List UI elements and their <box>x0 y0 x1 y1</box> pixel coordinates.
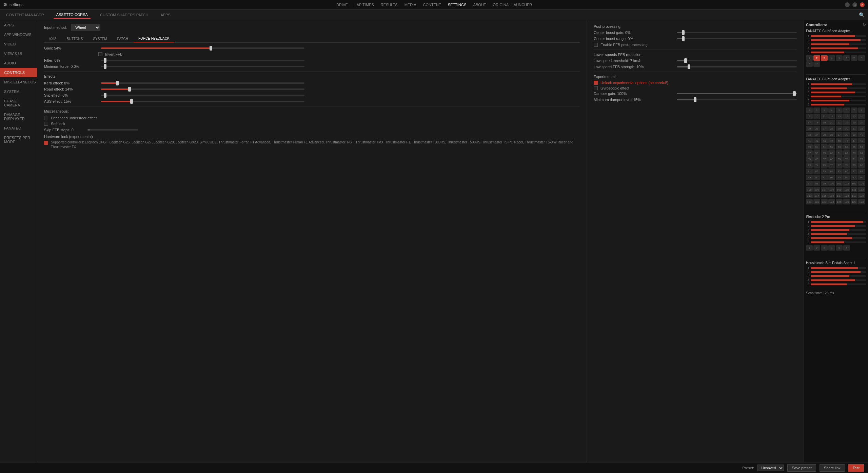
btn-cell[interactable]: 88 <box>858 169 865 174</box>
btn-cell[interactable]: 126 <box>843 199 850 204</box>
btn-cell[interactable]: 3 <box>821 107 828 113</box>
sidebar-item-controls[interactable]: CONTROLS <box>0 68 37 77</box>
btn-cell[interactable]: 93 <box>836 175 843 180</box>
btn-cell[interactable]: 10 <box>813 114 820 119</box>
btn-cell[interactable]: 36 <box>828 132 835 137</box>
btn-cell[interactable]: 65 <box>806 156 813 162</box>
btn-cell[interactable]: 105 <box>806 187 813 192</box>
btn-cell[interactable]: 37 <box>836 132 843 137</box>
nav-original-launcher[interactable]: ORIGINAL LAUNCHER <box>493 3 532 7</box>
btn-cell[interactable]: 116 <box>828 193 835 198</box>
btn-cell[interactable]: 103 <box>851 181 857 186</box>
sidebar-item-miscellaneous[interactable]: MISCELLANEOUS <box>0 77 37 87</box>
btn-cell[interactable]: 128 <box>858 199 865 204</box>
nav-drive[interactable]: DRIVE <box>336 3 348 7</box>
btn-cell[interactable]: 81 <box>806 169 813 174</box>
btn-cell[interactable]: 40 <box>858 132 865 137</box>
btn-cell[interactable]: 74 <box>813 162 820 168</box>
btn-cell[interactable]: 118 <box>843 193 850 198</box>
slip-slider[interactable] <box>101 95 304 96</box>
btn-cell[interactable]: 90 <box>813 175 820 180</box>
close-button[interactable]: ✕ <box>860 2 865 7</box>
sidebar-item-video[interactable]: VIDEO <box>0 39 37 49</box>
btn-cell[interactable]: 84 <box>828 169 835 174</box>
btn-cell[interactable]: 59 <box>821 150 828 156</box>
sidebar-item-presets-per-mode[interactable]: PRESETS PER MODE <box>0 133 37 146</box>
btn-cell[interactable]: 108 <box>828 187 835 192</box>
btn-cell[interactable]: 15 <box>851 114 857 119</box>
btn-cell[interactable]: 33 <box>806 132 813 137</box>
btn-cell[interactable]: 94 <box>843 175 850 180</box>
tab-custom-shaders-patch[interactable]: CUSTOM SHADERS PATCH <box>97 12 151 18</box>
btn-cell[interactable]: 4 <box>828 55 835 61</box>
btn-cell[interactable]: 75 <box>821 162 828 168</box>
unlock-experimental-checkbox[interactable] <box>594 81 598 85</box>
btn-cell[interactable]: 73 <box>806 162 813 168</box>
nav-content[interactable]: CONTENT <box>423 3 441 7</box>
btn-cell[interactable]: 16 <box>858 114 865 119</box>
btn-cell[interactable]: 48 <box>858 138 865 143</box>
btn-cell[interactable]: 95 <box>851 175 857 180</box>
btn-cell[interactable]: 63 <box>851 150 857 156</box>
controllers-refresh-icon[interactable]: ↻ <box>863 22 866 27</box>
btn-cell[interactable]: 45 <box>836 138 843 143</box>
btn-cell[interactable]: 21 <box>836 120 843 125</box>
btn-cell[interactable]: 9 <box>806 114 813 119</box>
btn-cell[interactable]: 67 <box>821 156 828 162</box>
nav-media[interactable]: MEDIA <box>405 3 416 7</box>
filter-slider[interactable] <box>101 60 304 61</box>
btn-cell[interactable]: 38 <box>843 132 850 137</box>
save-preset-button[interactable]: Save preset <box>787 464 816 472</box>
input-method-select[interactable]: Wheel Keyboard Gamepad <box>71 24 100 31</box>
btn-cell[interactable]: 64 <box>858 150 865 156</box>
btn-cell[interactable]: 99 <box>821 181 828 186</box>
btn-cell[interactable]: 114 <box>813 193 820 198</box>
btn-cell[interactable]: 51 <box>821 144 828 150</box>
btn-cell[interactable]: 121 <box>806 199 813 204</box>
btn-cell[interactable]: 62 <box>843 150 850 156</box>
btn-cell[interactable]: 47 <box>851 138 857 143</box>
sidebar-item-chase-camera[interactable]: CHASE CAMERA <box>0 96 37 110</box>
btn-cell[interactable]: 54 <box>843 144 850 150</box>
btn-cell[interactable]: 70 <box>843 156 850 162</box>
tab-apps[interactable]: APPS <box>158 12 173 18</box>
btn-cell[interactable]: 2 <box>813 245 820 251</box>
abs-slider[interactable] <box>101 101 304 102</box>
btn-cell[interactable]: 25 <box>806 126 813 131</box>
btn-cell[interactable]: 57 <box>806 150 813 156</box>
btn-cell[interactable]: 83 <box>821 169 828 174</box>
btn-cell[interactable]: 123 <box>821 199 828 204</box>
btn-cell[interactable]: 100 <box>828 181 835 186</box>
btn-cell[interactable]: 35 <box>821 132 828 137</box>
preset-select[interactable]: Unsaved <box>757 465 784 471</box>
btn-cell[interactable]: 89 <box>806 175 813 180</box>
btn-cell[interactable]: 41 <box>806 138 813 143</box>
tab-content-manager[interactable]: CONTENT MANAGER <box>3 12 47 18</box>
btn-cell[interactable]: 122 <box>813 199 820 204</box>
btn-cell[interactable]: 12 <box>828 114 835 119</box>
btn-cell[interactable]: 20 <box>828 120 835 125</box>
btn-cell[interactable]: 11 <box>821 114 828 119</box>
btn-cell[interactable]: 6 <box>843 245 850 251</box>
btn-cell[interactable]: 104 <box>858 181 865 186</box>
btn-cell[interactable]: 66 <box>813 156 820 162</box>
nav-laptimes[interactable]: LAP TIMES <box>355 3 374 7</box>
btn-cell[interactable]: 111 <box>851 187 857 192</box>
btn-cell[interactable]: 71 <box>851 156 857 162</box>
btn-cell[interactable]: 39 <box>851 132 857 137</box>
invert-ffb-checkbox[interactable] <box>98 52 102 56</box>
test-button[interactable]: Test <box>848 464 864 472</box>
btn-cell[interactable]: 44 <box>828 138 835 143</box>
btn-cell[interactable]: 13 <box>836 114 843 119</box>
sidebar-item-system[interactable]: SYSTEM <box>0 87 37 96</box>
tab-system[interactable]: SYSTEM <box>88 35 112 42</box>
btn-cell[interactable]: 127 <box>851 199 857 204</box>
btn-cell[interactable]: 77 <box>836 162 843 168</box>
btn-cell[interactable]: 22 <box>843 120 850 125</box>
btn-cell[interactable]: 7 <box>851 107 857 113</box>
btn-cell[interactable]: 86 <box>843 169 850 174</box>
min-damper-slider[interactable] <box>677 99 797 100</box>
btn-cell[interactable]: 18 <box>813 120 820 125</box>
btn-cell[interactable]: 52 <box>828 144 835 150</box>
btn-cell[interactable]: 6 <box>843 55 850 61</box>
